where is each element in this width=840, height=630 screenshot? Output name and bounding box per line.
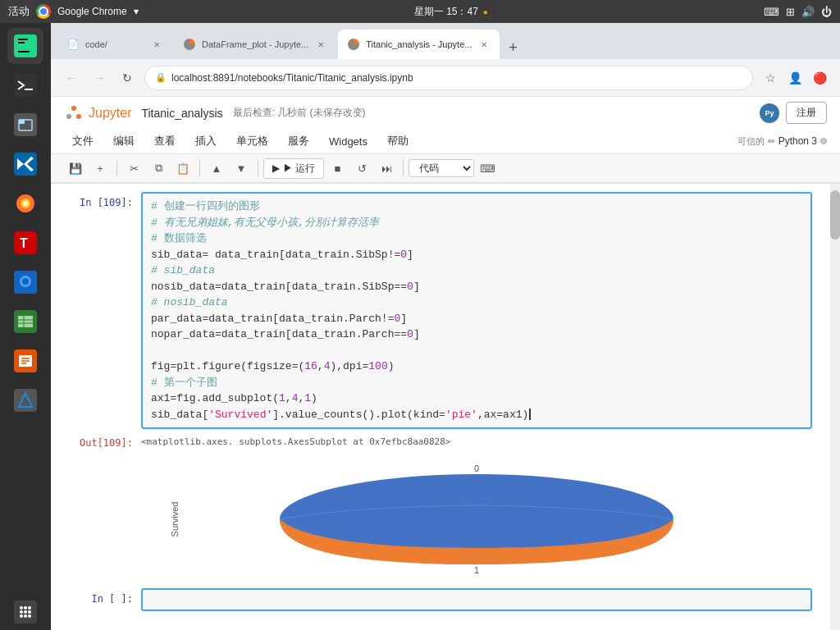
tab-titanic[interactable]: Titanic_analysis - Jupyte... ✕: [338, 30, 500, 59]
activities-button[interactable]: 活动: [8, 4, 30, 19]
sidebar-notes-icon[interactable]: [7, 343, 43, 379]
toolbar-keyboard-button[interactable]: ⌨: [476, 158, 499, 179]
jupyter-logo-text: Jupyter: [89, 106, 131, 121]
svg-rect-4: [14, 74, 37, 97]
toolbar-separator-2: [199, 160, 200, 176]
back-button[interactable]: ←: [61, 67, 82, 89]
sidebar-pycharm-icon[interactable]: [7, 28, 43, 64]
toolbar-interrupt-button[interactable]: ■: [326, 158, 349, 179]
output-text-cell: <matplotlib.axes. subplots.AxesSubplot a…: [141, 432, 812, 450]
trusted-label: 可信的: [737, 135, 765, 148]
lock-icon: 🔒: [155, 72, 167, 83]
svg-point-19: [22, 278, 29, 285]
jupyter-logo: Jupyter: [64, 103, 131, 123]
menu-kernel[interactable]: 服务: [280, 130, 317, 152]
pie-chart-svg: [247, 466, 706, 573]
code-line-4: sib_data= data_train[data_train.SibSp!=0…: [151, 247, 802, 263]
code-line-1: # 创建一行四列的图形: [151, 199, 802, 215]
menu-edit[interactable]: 编辑: [105, 130, 143, 152]
toolbar-copy-button[interactable]: ⧉: [147, 158, 170, 179]
toolbar-run-button[interactable]: ▶ ▶ 运行: [263, 158, 324, 179]
toolbar-paste-button[interactable]: 📋: [171, 158, 194, 179]
tab-dataframe[interactable]: DataFrame_plot - Jupyte... ✕: [174, 30, 336, 59]
input-cell-container: In [109]: # 创建一行四列的图形 # 有无兄弟姐妹,有无父母小孩,分别…: [51, 192, 820, 429]
jupyter-body: Jupyter Titanic_analysis 最后检查: 几秒前 (未保存改…: [51, 97, 840, 630]
menu-cell[interactable]: 单元格: [228, 130, 276, 152]
code-line-2: # 有无兄弟姐妹,有无父母小孩,分别计算存活率: [151, 215, 802, 231]
scrollbar-thumb[interactable]: [830, 190, 840, 240]
toolbar-add-button[interactable]: +: [89, 158, 112, 179]
sidebar-appgrid-icon[interactable]: [7, 594, 43, 630]
menu-insert[interactable]: 插入: [187, 130, 225, 152]
new-tab-button[interactable]: +: [501, 36, 524, 59]
cursor-caret: [529, 409, 531, 420]
toolbar-move-up-button[interactable]: ▲: [205, 158, 228, 179]
toolbar-cut-button[interactable]: ✂: [122, 158, 145, 179]
extensions-icon[interactable]: 🔴: [809, 67, 830, 89]
code-line-12: ax1=fig.add_subplot(1,4,1): [151, 390, 802, 407]
bottom-cell-prompt: In [ ]:: [59, 588, 141, 611]
svg-point-41: [28, 614, 31, 618]
tab-code[interactable]: 📄 code/ ✕: [57, 30, 172, 59]
svg-rect-21: [18, 316, 33, 327]
sidebar-texteditor-icon[interactable]: T: [7, 225, 43, 261]
bottom-cell-container: In [ ]:: [51, 588, 820, 611]
code-cell-active[interactable]: # 创建一行四列的图形 # 有无兄弟姐妹,有无父母小孩,分别计算存活率 # 数据…: [141, 192, 812, 429]
toolbar-separator-4: [403, 160, 404, 176]
sidebar-arch-icon[interactable]: [7, 382, 43, 418]
code-line-7: # nosib_data: [151, 294, 802, 311]
bottom-code-cell[interactable]: [141, 588, 812, 611]
svg-point-40: [24, 614, 27, 618]
cell-type-select[interactable]: 代码: [409, 159, 474, 177]
sidebar-terminal-icon[interactable]: [7, 67, 43, 103]
tab-dataframe-favicon: [184, 39, 195, 50]
code-line-3: # 数据筛选: [151, 231, 802, 247]
svg-point-34: [24, 606, 27, 609]
notebook-content[interactable]: In [109]: # 创建一行四列的图形 # 有无兄弟姐妹,有无父母小孩,分别…: [51, 184, 830, 630]
volume-icon: 🔊: [801, 6, 815, 18]
forward-button[interactable]: →: [89, 67, 110, 89]
menu-help[interactable]: 帮助: [379, 130, 417, 152]
sidebar-spreadsheet-icon[interactable]: [7, 304, 43, 340]
refresh-button[interactable]: ↻: [116, 67, 138, 89]
toolbar-separator-3: [258, 160, 258, 176]
chrome-logo-icon: [36, 4, 51, 19]
dropdown-arrow-icon[interactable]: ▾: [134, 6, 139, 17]
url-bar[interactable]: 🔒 localhost:8891/notebooks/Titanic/Titan…: [144, 66, 753, 90]
python-badge-text: Py: [765, 109, 774, 117]
jupyter-header: Jupyter Titanic_analysis 最后检查: 几秒前 (未保存改…: [51, 97, 840, 184]
toolbar-restart-run-button[interactable]: ⏭: [375, 158, 398, 179]
tab-titanic-close[interactable]: ✕: [478, 39, 490, 50]
menu-file[interactable]: 文件: [64, 130, 102, 152]
svg-point-35: [28, 606, 31, 609]
toolbar-restart-button[interactable]: ↺: [350, 158, 373, 179]
svg-point-43: [76, 114, 81, 119]
notebook-name[interactable]: Titanic_analysis: [141, 107, 222, 120]
keyboard-icon: ⌨: [764, 6, 779, 18]
system-bar-right: ⌨ ⊞ 🔊 ⏻: [764, 6, 832, 18]
tab-titanic-title: Titanic_analysis - Jupyte...: [366, 39, 472, 49]
run-label: ▶ 运行: [283, 162, 315, 176]
tab-code-title: code/: [85, 39, 144, 49]
menu-view[interactable]: 查看: [146, 130, 184, 152]
toolbar-save-button[interactable]: 💾: [64, 158, 87, 179]
sidebar-firefox-icon[interactable]: [7, 185, 43, 221]
pie-chart-container: Survived 0 1: [141, 454, 812, 585]
menu-widgets[interactable]: Widgets: [321, 132, 376, 151]
jupyter-logo-icon: [64, 103, 84, 123]
tab-code-close[interactable]: ✕: [151, 39, 162, 50]
svg-rect-3: [18, 51, 30, 52]
account-icon[interactable]: 👤: [784, 67, 806, 89]
chart-prompt-spacer: [59, 454, 141, 585]
register-button[interactable]: 注册: [786, 102, 827, 124]
sidebar-files-icon[interactable]: [7, 107, 43, 143]
svg-point-42: [71, 106, 76, 111]
sidebar-messaging-icon[interactable]: [7, 264, 43, 300]
tab-dataframe-close[interactable]: ✕: [315, 39, 326, 50]
jupyter-actions: Py 注册: [760, 102, 827, 124]
bookmark-star-icon[interactable]: ☆: [760, 67, 781, 89]
scrollbar-track[interactable]: [830, 184, 840, 630]
toolbar-move-down-button[interactable]: ▼: [230, 158, 253, 179]
chart-cell-container: Survived 0 1: [51, 454, 820, 585]
sidebar-vscode-icon[interactable]: [7, 146, 43, 182]
